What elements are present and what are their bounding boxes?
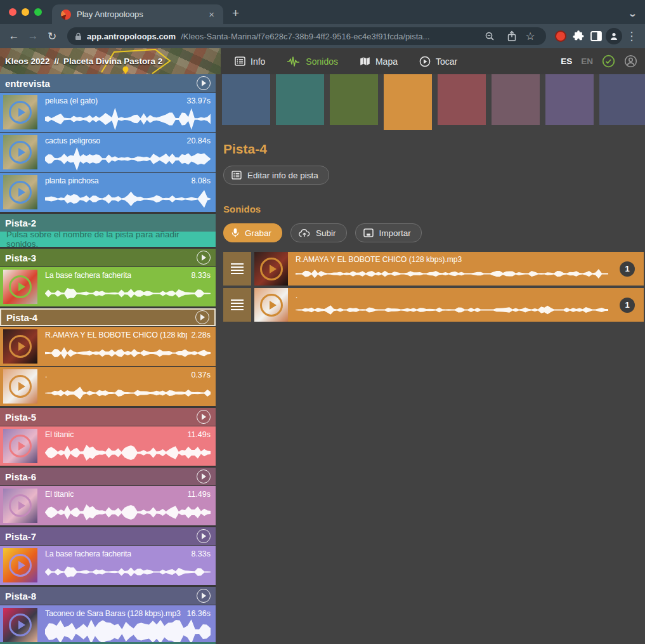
sound-waveform[interactable]	[45, 380, 211, 406]
sound-thumbnail[interactable]	[3, 95, 37, 129]
play-icon[interactable]	[9, 375, 32, 398]
drag-handle[interactable]	[223, 252, 251, 286]
close-window-button[interactable]	[9, 8, 16, 16]
forward-button[interactable]: →	[24, 30, 42, 43]
browser-menu-icon[interactable]: ⋮	[623, 28, 640, 44]
sound-thumbnail[interactable]	[254, 288, 288, 322]
play-icon[interactable]	[9, 141, 32, 164]
sound-thumbnail[interactable]	[3, 369, 37, 404]
track-header[interactable]: Pista-3	[0, 249, 216, 266]
sound-thumbnail[interactable]	[3, 608, 37, 642]
track-color-tab[interactable]	[276, 74, 324, 125]
track-color-tab[interactable]	[438, 74, 486, 125]
sound-item[interactable]: cactus peligroso 20.84s	[0, 133, 216, 172]
account-icon[interactable]	[624, 55, 637, 68]
track-header[interactable]: entrevista	[0, 74, 216, 92]
track-play-icon[interactable]	[197, 529, 211, 543]
upload-button[interactable]: Subir	[290, 223, 347, 242]
play-icon[interactable]	[260, 258, 283, 280]
nav-tab-info[interactable]: Info	[235, 56, 265, 67]
play-icon[interactable]	[9, 435, 32, 457]
track-header[interactable]: Pista-6	[0, 468, 216, 485]
sound-waveform[interactable]	[45, 106, 211, 132]
address-bar[interactable]: app.antropoloops.com /Kleos-Santa-Marina…	[67, 27, 546, 45]
sound-thumbnail[interactable]	[3, 270, 37, 304]
lang-en-button[interactable]: EN	[581, 56, 593, 66]
side-panel-icon[interactable]	[588, 28, 604, 44]
sound-row[interactable]: . 1	[223, 288, 644, 322]
sound-waveform[interactable]	[296, 265, 608, 283]
track-color-tab[interactable]	[545, 74, 594, 125]
nav-tab-sonidos[interactable]: Sonidos	[287, 56, 338, 67]
bookmark-star-icon[interactable]: ☆	[522, 28, 538, 44]
sound-item[interactable]: La base fachera facherita 8.33s	[0, 267, 216, 306]
sound-row[interactable]: R.AMAYA Y EL BOBOTE CHICO (128 kbps).mp3…	[223, 252, 644, 286]
zoom-window-button[interactable]	[34, 8, 42, 16]
browser-tab[interactable]: Play Antropoloops ×	[52, 4, 223, 24]
nav-tab-tocar[interactable]: Tocar	[419, 56, 457, 67]
sound-thumbnail[interactable]	[3, 429, 37, 463]
play-icon[interactable]	[260, 294, 283, 317]
sound-waveform[interactable]	[45, 340, 211, 366]
play-icon[interactable]	[9, 614, 32, 636]
sound-thumbnail[interactable]	[3, 135, 37, 169]
zoom-out-icon[interactable]	[485, 31, 495, 42]
reload-button[interactable]: ↻	[43, 30, 61, 43]
nav-tab-mapa[interactable]: Mapa	[360, 56, 398, 67]
record-button[interactable]: Grabar	[223, 223, 282, 242]
lang-es-button[interactable]: ES	[561, 56, 572, 66]
play-icon[interactable]	[9, 275, 32, 298]
import-button[interactable]: Importar	[355, 223, 422, 242]
play-icon[interactable]	[9, 335, 32, 358]
track-play-icon[interactable]	[195, 310, 209, 324]
track-header[interactable]: Pista-4	[0, 308, 216, 326]
sound-item[interactable]: pelusa (el gato) 33.97s	[0, 93, 216, 132]
sound-waveform[interactable]	[296, 301, 608, 319]
sound-thumbnail[interactable]	[3, 548, 37, 582]
tab-close-icon[interactable]: ×	[206, 9, 217, 20]
track-play-icon[interactable]	[197, 76, 211, 90]
sound-item[interactable]: planta pinchosa 8.08s	[0, 173, 216, 212]
track-header[interactable]: Pista-8	[0, 587, 216, 605]
back-button[interactable]: ←	[5, 30, 23, 43]
track-header[interactable]: Pista-7	[0, 527, 216, 545]
track-header[interactable]: Pista-5	[0, 408, 216, 426]
sound-thumbnail[interactable]	[3, 329, 37, 364]
sound-waveform[interactable]	[45, 440, 211, 466]
edit-track-info-button[interactable]: Editar info de pista	[223, 166, 329, 185]
track-color-tab[interactable]	[492, 74, 540, 125]
sound-item[interactable]: R.AMAYA Y EL BOBOTE CHICO (128 kbps)....…	[0, 327, 216, 366]
breadcrumb-project[interactable]: Kleos 2022	[5, 56, 50, 66]
minimize-window-button[interactable]	[22, 8, 29, 16]
sync-check-icon[interactable]	[602, 55, 615, 68]
sound-waveform[interactable]	[45, 186, 211, 212]
sound-item[interactable]: La base fachera facherita 8.33s	[0, 546, 216, 585]
sound-thumbnail[interactable]	[254, 252, 288, 286]
sound-item[interactable]: El titanic 11.49s	[0, 426, 216, 466]
drag-handle[interactable]	[223, 288, 251, 322]
track-play-icon[interactable]	[197, 470, 211, 483]
play-icon[interactable]	[9, 554, 32, 577]
track-color-tab[interactable]	[599, 74, 645, 125]
track-play-icon[interactable]	[197, 251, 211, 265]
sound-item[interactable]: Taconeo de Sara Baras (128 kbps).mp3 16.…	[0, 605, 216, 644]
track-play-icon[interactable]	[197, 589, 211, 603]
sound-item[interactable]: . 0.37s	[0, 367, 216, 406]
sound-waveform[interactable]	[45, 619, 211, 644]
sound-waveform[interactable]	[45, 499, 211, 525]
sound-waveform[interactable]	[45, 146, 211, 172]
extensions-puzzle-icon[interactable]	[570, 28, 587, 44]
sound-thumbnail[interactable]	[3, 489, 37, 523]
sound-thumbnail[interactable]	[3, 175, 37, 209]
tab-search-chevron-icon[interactable]: ⌄	[628, 9, 637, 18]
track-color-tab[interactable]	[330, 74, 378, 125]
track-play-icon[interactable]	[197, 410, 211, 424]
new-tab-button[interactable]: +	[232, 6, 239, 20]
play-icon[interactable]	[9, 101, 32, 124]
profile-avatar[interactable]	[606, 28, 622, 44]
play-icon[interactable]	[9, 494, 32, 517]
share-icon[interactable]	[507, 30, 517, 42]
play-icon[interactable]	[9, 181, 32, 204]
sound-item[interactable]: El titanic 11.49s	[0, 486, 216, 525]
track-color-tab[interactable]	[384, 74, 432, 130]
